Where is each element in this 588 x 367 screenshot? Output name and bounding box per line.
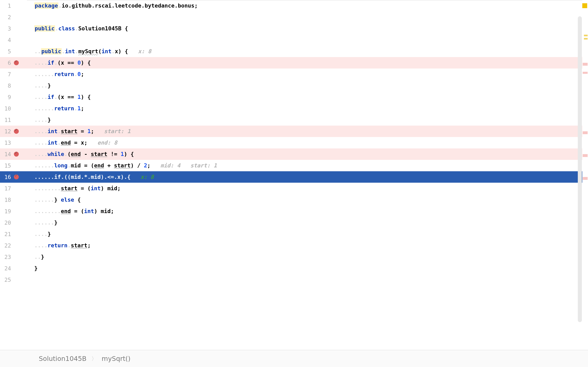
code-line[interactable]: ....while.(end - start != 1) {	[27, 149, 588, 160]
code-line[interactable]: ......return.0;	[27, 68, 588, 80]
code-line[interactable]	[27, 274, 588, 285]
breakpoint-marker[interactable]	[583, 72, 588, 74]
code-line[interactable]: public.class.Solution1045B {	[27, 23, 588, 34]
code-line[interactable]: ....}	[27, 114, 588, 125]
code-line[interactable]: ......} else {	[27, 194, 588, 206]
code-line[interactable]: ......}	[27, 217, 588, 228]
line-num[interactable]: 1	[0, 3, 12, 9]
line-num[interactable]: 12	[0, 128, 12, 134]
breakpoint-marker[interactable]	[583, 63, 588, 66]
code-line-current[interactable]: ......if.((mid.*.mid).<=.x).{ x: 8	[27, 171, 588, 183]
line-num[interactable]: 3	[0, 25, 12, 32]
code-line[interactable]: ........start = (int) mid;	[27, 183, 588, 194]
line-num[interactable]: 18	[0, 197, 12, 203]
breakpoint-icon[interactable]	[14, 129, 19, 134]
line-num[interactable]: 19	[0, 208, 12, 215]
error-stripe[interactable]	[582, 0, 588, 350]
code-line[interactable]	[27, 11, 588, 23]
line-num[interactable]: 17	[0, 185, 12, 192]
line-num[interactable]: 2	[0, 14, 12, 20]
breakpoint-icon[interactable]	[14, 60, 19, 65]
code-line[interactable]: ....}	[27, 228, 588, 240]
vertical-scrollbar[interactable]	[578, 16, 582, 322]
inline-hint: start: 1	[104, 128, 130, 134]
line-num[interactable]: 25	[0, 277, 12, 283]
code-line[interactable]: ....int.end = x; end: 8	[27, 137, 588, 149]
inline-hint: start: 1	[190, 162, 217, 169]
line-num[interactable]: 11	[0, 117, 12, 123]
code-line[interactable]: ....return.start;	[27, 240, 588, 251]
line-num[interactable]: 21	[0, 231, 12, 237]
line-num[interactable]: 24	[0, 265, 12, 272]
line-num[interactable]: 9	[0, 94, 12, 100]
breakpoint-marker[interactable]	[583, 131, 588, 134]
breadcrumb-item[interactable]: Solution1045B	[39, 355, 86, 363]
inline-hint: x: 8	[138, 48, 151, 54]
line-num[interactable]: 20	[0, 220, 12, 226]
line-num[interactable]: 22	[0, 242, 12, 249]
code-line[interactable]: }	[27, 263, 588, 274]
line-num[interactable]: 5	[0, 48, 12, 55]
breakpoint-icon[interactable]	[14, 152, 19, 157]
line-num[interactable]: 4	[0, 37, 12, 43]
code-line[interactable]: ..public.int.mySqrt(int.x) { x: 8	[27, 46, 588, 57]
line-num[interactable]: 14	[0, 151, 12, 157]
inline-hint: mid: 4	[160, 162, 181, 169]
code-line[interactable]: package.io.github.rscai.leetcode.bytedan…	[27, 0, 588, 11]
code-line[interactable]: ....}	[27, 80, 588, 91]
line-num[interactable]: 8	[0, 83, 12, 89]
inline-hint: x: 8	[140, 174, 154, 180]
code-line[interactable]: ....int.start = 1; start: 1	[27, 125, 588, 137]
breakpoint-marker[interactable]	[583, 177, 588, 180]
warning-marker[interactable]	[584, 35, 588, 36]
code-line[interactable]: ......long.mid = (end + start) / 2; mid:…	[27, 160, 588, 171]
chevron-right-icon: 〉	[91, 355, 97, 362]
line-num[interactable]: 13	[0, 140, 12, 146]
code-editor: 1 2 3 4 5 6 7 8 9 10 11 12 13 14 15 16 1…	[0, 0, 588, 350]
breakpoint-marker[interactable]	[583, 154, 588, 157]
code-line[interactable]: ....if.(x == 1) {	[27, 91, 588, 103]
code-line[interactable]: ........end = (int) mid;	[27, 206, 588, 217]
gutter[interactable]: 1 2 3 4 5 6 7 8 9 10 11 12 13 14 15 16 1…	[0, 0, 27, 350]
line-num[interactable]: 16	[0, 174, 12, 180]
line-num[interactable]: 15	[0, 162, 12, 169]
line-num[interactable]: 10	[0, 105, 12, 112]
line-num[interactable]: 7	[0, 71, 12, 77]
breadcrumb-item[interactable]: mySqrt()	[102, 355, 130, 363]
analysis-status-icon[interactable]	[582, 3, 587, 8]
line-num[interactable]: 6	[0, 60, 12, 66]
line-num[interactable]: 23	[0, 254, 12, 260]
code-area[interactable]: package.io.github.rscai.leetcode.bytedan…	[27, 0, 588, 350]
code-line[interactable]	[27, 34, 588, 46]
code-line[interactable]: ....if.(x == 0) {	[27, 57, 588, 68]
warning-marker[interactable]	[584, 38, 588, 40]
code-line[interactable]: ..}	[27, 251, 588, 263]
breadcrumb-bar: Solution1045B 〉 mySqrt()	[0, 350, 588, 367]
code-line[interactable]: ......return.1;	[27, 103, 588, 114]
inline-hint: end: 8	[97, 140, 117, 146]
breakpoint-icon[interactable]	[14, 175, 19, 179]
